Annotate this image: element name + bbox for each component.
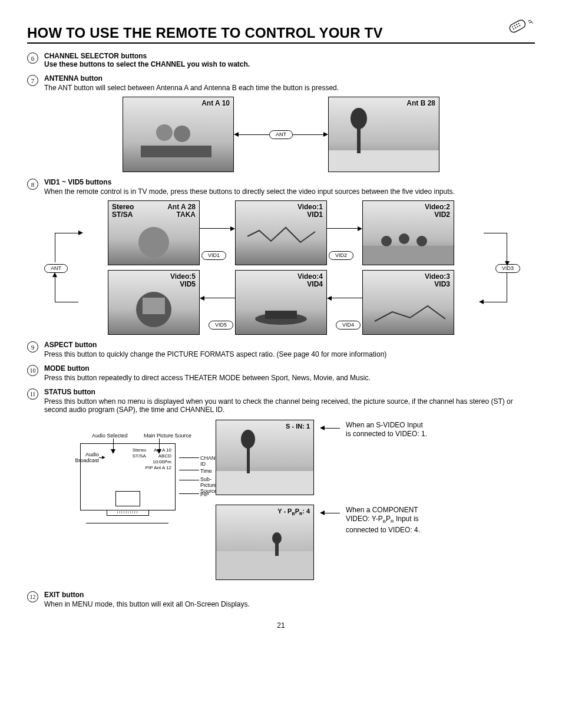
svideo-text: When an S-VIDEO Input is connected to VI… [346,421,428,439]
lbl-main-picture: Main Picture Source [144,433,191,439]
page-title: HOW TO USE THE REMOTE TO CONTROL YOUR TV [27,25,383,41]
item-8-heading: VID1 ~ VID5 buttons [44,178,111,186]
item-12-heading: EXIT button [44,591,84,599]
svg-rect-21 [143,298,165,314]
cap-stereo-2: Ant A 28 [167,203,196,211]
item-8-desc: When the remote control is in TV mode, p… [44,187,535,196]
item-10-desc: Press this button repeatedly to direct a… [44,374,535,382]
bullet-8: 8 [27,179,38,190]
item-11: 11 STATUS button Press this button when … [27,388,535,414]
item-9-desc: Press this button to quickly change the … [44,350,535,358]
svg-rect-16 [363,246,454,265]
component-text: When a COMPONENT VIDEO: Y-PBPR Input is … [346,506,428,535]
item-10: 10 MODE button Press this button repeate… [27,364,535,382]
figure-antenna: Ant A 10 ANT Ant B 28 [123,97,439,172]
bullet-11: 11 [27,388,38,400]
svg-rect-24 [216,471,313,495]
item-8: 8 VID1 ~ VID5 buttons When the remote co… [27,178,535,196]
component-row: Y - PBPR: 4 When a COMPONENT VIDEO: Y-PB… [216,505,428,580]
cap-stereo-4: TAKA [177,210,196,219]
remote-icon [505,18,535,42]
cap-vid1a: Video:1 [297,203,323,211]
cap-vid2b: VID2 [434,210,450,219]
item-6: 6 CHANNEL SELECTOR buttons Use these but… [27,52,535,68]
svg-rect-27 [216,551,313,579]
caption-ant-b: Ant B 28 [406,99,435,107]
thumb-vid2: Video:2 VID2 [362,200,454,265]
item-7-desc: The ANT button will select between Anten… [44,84,535,92]
svg-point-29 [272,532,282,544]
thumb-vid5: Video:5 VID5 [108,270,200,335]
cap-vid3b: VID3 [434,280,450,288]
svg-point-19 [416,236,427,246]
item-9: 9 ASPECT button Press this button to qui… [27,341,535,358]
cap-stereo-1: Stereo [112,203,134,211]
svg-point-10 [156,124,173,141]
figure-status: Audio Selected Main Picture Source Audio… [45,420,535,580]
cap-svideo: S - IN: 1 [286,423,310,430]
item-12: 12 EXIT button When in MENU mode, this b… [27,591,535,608]
lbl-time: Time [200,468,212,474]
svg-point-14 [351,108,367,129]
btn-ant-loop: ANT [44,264,68,273]
figure-vid: Stereo Ant A 28 ST/SA TAKA VID1 Video:1 … [69,200,493,335]
item-11-heading: STATUS button [44,388,95,396]
svg-rect-0 [508,19,527,34]
thumb-ant-a: Ant A 10 [123,97,234,172]
btn-vid1: VID1 [201,251,226,260]
bullet-6: 6 [27,52,38,64]
cap-vid1b: VID1 [307,210,323,219]
cap-vid3a: Video:3 [425,272,450,281]
svg-point-15 [138,227,169,258]
item-9-heading: ASPECT button [44,341,97,349]
item-10-heading: MODE button [44,364,90,373]
svg-point-17 [381,236,392,246]
lbl-audio-selected: Audio Selected [92,433,128,439]
tv-osd: Stereo Ant A 10 ST/SA ABCD 10:00Pm PIP A… [133,447,171,471]
cap-vid5a: Video:5 [170,272,196,281]
page-number: 21 [27,621,535,630]
item-11-desc: Press this button when no menu is displa… [44,397,535,414]
thumb-vid4: Video:4 VID4 [235,270,327,335]
item-7: 7 ANTENNA button The ANT button will sel… [27,74,535,92]
svg-point-26 [241,430,255,449]
bullet-7: 7 [27,75,38,86]
svg-point-18 [399,233,409,244]
svg-point-11 [174,126,190,142]
item-7-heading: ANTENNA button [44,74,103,83]
svg-rect-23 [265,311,297,319]
cap-stereo-3: ST/SA [112,210,133,219]
btn-ant: ANT [269,130,293,139]
svg-rect-9 [141,146,211,157]
thumb-vid3: Video:3 VID3 [362,270,454,335]
cap-vid5b: VID5 [180,280,196,288]
lbl-pip: PIP [200,492,209,498]
cap-vid4b: VID4 [307,280,323,288]
caption-ant-a: Ant A 10 [201,99,230,107]
bullet-12: 12 [27,591,38,602]
item-6-heading: CHANNEL SELECTOR buttons [44,52,147,60]
btn-vid4: VID4 [336,321,361,330]
tv-diagram: Audio Selected Main Picture Source Audio… [45,443,198,580]
cap-vid2a: Video:2 [425,203,450,211]
cap-vid4a: Video:4 [297,272,323,281]
thumb-vid1: Video:1 VID1 [235,200,327,265]
thumb-ant-b: Ant B 28 [328,97,439,172]
item-6-desc: Use these buttons to select the CHANNEL … [44,60,250,68]
svg-rect-12 [329,150,439,172]
btn-vid2: VID2 [329,251,353,260]
bullet-10: 10 [27,365,38,376]
btn-vid5: VID5 [209,321,233,330]
item-12-desc: When in MENU mode, this button will exit… [44,600,535,608]
svideo-row: S - IN: 1 When an S-VIDEO Input is conne… [216,420,428,495]
thumb-stereo: Stereo Ant A 28 ST/SA TAKA [108,200,200,265]
bullet-9: 9 [27,341,38,353]
cap-component: Y - PBPR: 4 [277,508,310,516]
